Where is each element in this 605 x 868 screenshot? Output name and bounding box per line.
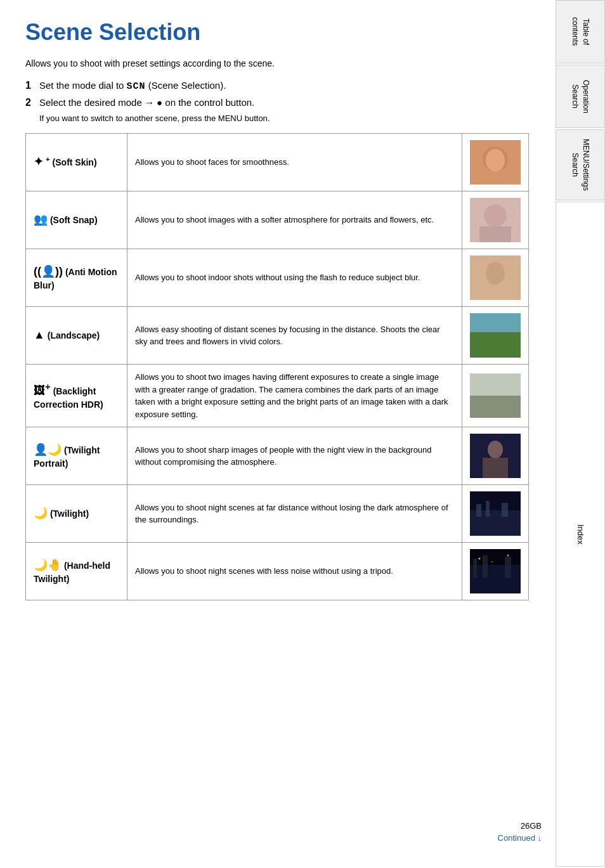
sidebar-tab-operation[interactable]: OperationSearch (556, 65, 605, 128)
main-content: Scene Selection Allows you to shoot with… (0, 0, 554, 626)
scene-desc-7: Allows you to shoot night scenes with le… (127, 543, 462, 600)
scene-icon-3: ▲ (Landscape) (26, 307, 127, 365)
scene-img-6 (462, 485, 529, 543)
svg-rect-13 (470, 396, 521, 418)
scene-row-7: 🌙🤚 (Hand-heldTwilight)Allows you to shoo… (26, 543, 529, 600)
scene-icon-2: ((👤)) (Anti MotionBlur) (26, 249, 127, 307)
svg-rect-5 (479, 226, 511, 242)
sidebar-tab-index[interactable]: Index (556, 202, 605, 867)
step-2: 2 Select the desired mode → ● on the con… (25, 97, 529, 108)
svg-rect-16 (483, 458, 508, 478)
scene-row-2: ((👤)) (Anti MotionBlur)Allows you to sho… (26, 249, 529, 307)
scene-table: ✦ + (Soft Skin)Allows you to shoot faces… (25, 133, 529, 600)
scene-img-4 (462, 365, 529, 427)
continued-link[interactable]: Continued ↓ (498, 833, 542, 843)
scene-desc-6: Allows you to shoot night scenes at far … (127, 485, 462, 543)
scene-desc-4: Allows you to shoot two images having di… (127, 365, 462, 427)
svg-point-4 (484, 204, 507, 227)
page-number: 26GB (521, 821, 542, 831)
svg-rect-23 (470, 565, 521, 593)
scene-icon-0: ✦ + (Soft Skin) (26, 134, 127, 191)
scene-row-0: ✦ + (Soft Skin)Allows you to shoot faces… (26, 134, 529, 191)
svg-rect-25 (483, 555, 488, 578)
svg-point-27 (479, 558, 481, 560)
scene-icon-5: 👤🌙 (Twilight Portrait) (26, 427, 127, 485)
intro-text: Allows you to shoot with preset settings… (25, 58, 529, 68)
scene-icon-4: 🖼+ (BacklightCorrection HDR) (26, 365, 127, 427)
svg-rect-20 (486, 501, 490, 517)
scene-desc-5: Allows you to shoot sharp images of peop… (127, 427, 462, 485)
scene-img-5 (462, 427, 529, 485)
svg-rect-19 (476, 504, 481, 517)
scene-desc-3: Allows easy shooting of distant scenes b… (127, 307, 462, 365)
page-footer: 26GB Continued ↓ (498, 821, 542, 843)
scene-img-2 (462, 249, 529, 307)
step-2-num: 2 (25, 97, 34, 108)
scene-icon-1: 👥 (Soft Snap) (26, 191, 127, 249)
scene-img-1 (462, 191, 529, 249)
step-1: 1 Set the mode dial to SCN (Scene Select… (25, 80, 529, 92)
svg-rect-21 (502, 503, 508, 517)
scene-desc-0: Allows you to shoot faces for smoothness… (127, 134, 462, 191)
scene-desc-1: Allows you to shoot images with a softer… (127, 191, 462, 249)
svg-rect-9 (470, 313, 521, 332)
step-1-text: Set the mode dial to SCN (Scene Selectio… (39, 80, 226, 92)
scene-row-6: 🌙 (Twilight)Allows you to shoot night sc… (26, 485, 529, 543)
step-1-num: 1 (25, 80, 34, 91)
svg-point-29 (507, 555, 509, 557)
svg-point-2 (486, 149, 505, 172)
svg-rect-24 (473, 559, 477, 578)
step-2-sub: If you want to switch to another scene, … (39, 113, 529, 123)
scene-img-7 (462, 543, 529, 600)
scene-icon-7: 🌙🤚 (Hand-heldTwilight) (26, 543, 127, 600)
scene-row-3: ▲ (Landscape)Allows easy shooting of dis… (26, 307, 529, 365)
svg-point-28 (491, 561, 493, 562)
scene-row-5: 👤🌙 (Twilight Portrait)Allows you to shoo… (26, 427, 529, 485)
svg-rect-26 (505, 557, 511, 578)
scene-img-0 (462, 134, 529, 191)
sidebar: Table ofcontents OperationSearch MENU/Se… (556, 0, 605, 868)
sidebar-tab-contents[interactable]: Table ofcontents (556, 0, 605, 63)
steps-container: 1 Set the mode dial to SCN (Scene Select… (25, 80, 529, 123)
svg-point-15 (488, 441, 503, 458)
page-title: Scene Selection (25, 19, 529, 46)
scene-row-1: 👥 (Soft Snap)Allows you to shoot images … (26, 191, 529, 249)
svg-point-7 (486, 262, 505, 285)
scene-icon-6: 🌙 (Twilight) (26, 485, 127, 543)
svg-rect-12 (470, 373, 521, 396)
scene-desc-2: Allows you to shoot indoor shots without… (127, 249, 462, 307)
sidebar-tab-menu[interactable]: MENU/SettingsSearch (556, 129, 605, 200)
scene-img-3 (462, 307, 529, 365)
step-2-text: Select the desired mode → ● on the contr… (39, 97, 254, 108)
scene-row-4: 🖼+ (BacklightCorrection HDR)Allows you t… (26, 365, 529, 427)
svg-rect-10 (470, 332, 521, 358)
